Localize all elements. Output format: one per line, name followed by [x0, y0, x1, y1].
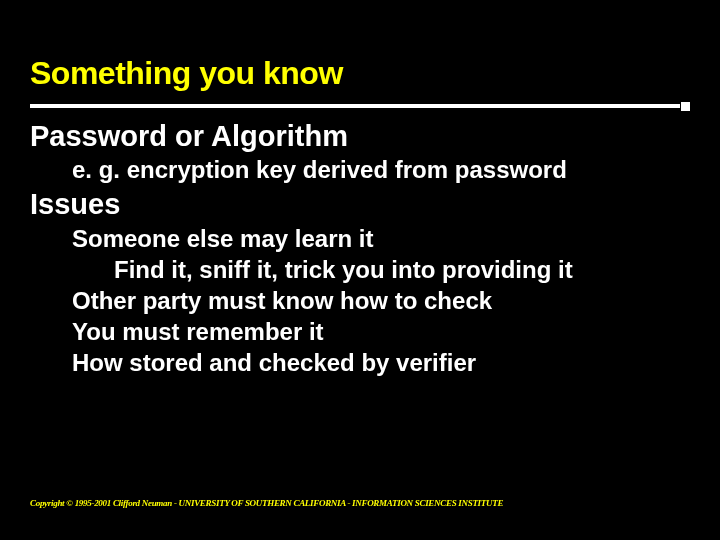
slide: Something you know Password or Algorithm…: [0, 0, 720, 540]
content-line: Issues: [30, 186, 690, 222]
divider-line: [30, 104, 680, 108]
content-line: Someone else may learn it: [72, 224, 690, 254]
slide-content: Password or Algorithm e. g. encryption k…: [30, 118, 690, 378]
slide-title: Something you know: [30, 55, 690, 92]
content-line: You must remember it: [72, 317, 690, 347]
content-heading: Password or Algorithm: [30, 118, 690, 154]
title-divider: [30, 100, 690, 110]
content-line: How stored and checked by verifier: [72, 348, 690, 378]
content-line: Find it, sniff it, trick you into provid…: [114, 255, 690, 285]
content-line: e. g. encryption key derived from passwo…: [72, 155, 690, 185]
content-line: Other party must know how to check: [72, 286, 690, 316]
copyright-footer: Copyright © 1995-2001 Clifford Neuman - …: [30, 498, 503, 508]
divider-endcap: [681, 102, 690, 111]
